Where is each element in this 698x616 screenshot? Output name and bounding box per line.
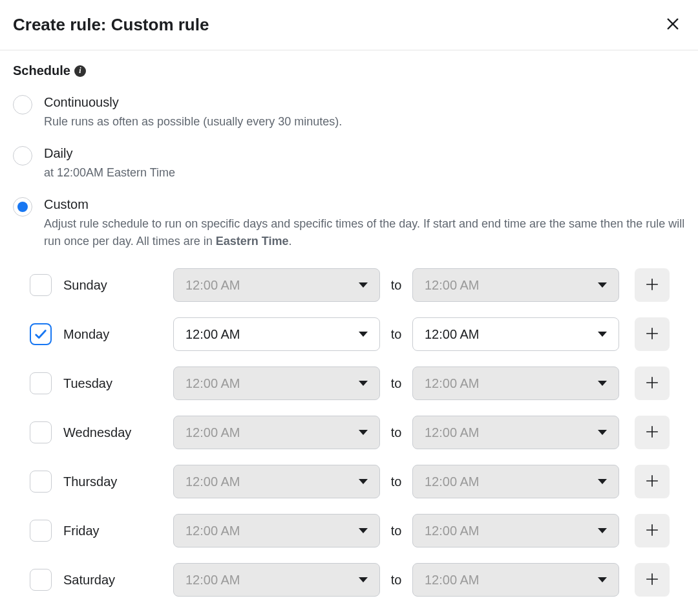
day-row: Tuesday12:00 AMto12:00 AM <box>30 366 685 400</box>
days-list: Sunday12:00 AMto12:00 AMMonday12:00 AMto… <box>13 268 685 597</box>
end-time-value: 12:00 AM <box>425 278 480 293</box>
start-time-select[interactable]: 12:00 AM <box>173 514 380 547</box>
to-label: to <box>380 524 412 538</box>
chevron-down-icon <box>359 577 368 582</box>
close-button[interactable] <box>663 14 682 36</box>
end-time-value: 12:00 AM <box>425 376 480 391</box>
end-time-value: 12:00 AM <box>425 425 480 440</box>
info-icon[interactable]: i <box>74 65 86 77</box>
chevron-down-icon <box>359 528 368 533</box>
chevron-down-icon <box>598 381 607 386</box>
add-time-slot-button[interactable] <box>635 317 670 351</box>
chevron-down-icon <box>598 528 607 533</box>
end-time-select[interactable]: 12:00 AM <box>412 416 619 449</box>
chevron-down-icon <box>359 430 368 435</box>
plus-icon <box>645 523 659 539</box>
day-checkbox[interactable] <box>30 569 52 591</box>
add-time-slot-button[interactable] <box>635 514 670 547</box>
end-time-select[interactable]: 12:00 AM <box>412 514 619 547</box>
dialog-title: Create rule: Custom rule <box>13 15 209 35</box>
to-label: to <box>380 573 412 588</box>
end-time-value: 12:00 AM <box>425 474 480 489</box>
radio-option-custom[interactable]: Custom Adjust rule schedule to run on sp… <box>13 196 685 250</box>
start-time-select[interactable]: 12:00 AM <box>173 416 380 449</box>
end-time-select[interactable]: 12:00 AM <box>412 465 619 498</box>
day-checkbox[interactable] <box>30 274 52 296</box>
desc-pre: Adjust rule schedule to run on specific … <box>44 217 684 248</box>
plus-icon <box>645 277 659 293</box>
to-label: to <box>380 327 412 342</box>
schedule-section: Schedule i Continuously Rule runs as oft… <box>0 50 698 616</box>
end-time-value: 12:00 AM <box>425 327 480 342</box>
radio-option-continuously[interactable]: Continuously Rule runs as often as possi… <box>13 94 685 131</box>
desc-post: . <box>289 235 292 248</box>
radio-text: Daily at 12:00AM Eastern Time <box>44 145 175 182</box>
chevron-down-icon <box>598 479 607 484</box>
chevron-down-icon <box>359 479 368 484</box>
radio-button[interactable] <box>13 95 32 114</box>
section-title-text: Schedule <box>13 63 70 78</box>
start-time-value: 12:00 AM <box>185 278 240 293</box>
day-label: Sunday <box>63 278 173 293</box>
to-label: to <box>380 376 412 391</box>
add-time-slot-button[interactable] <box>635 416 670 449</box>
radio-description: Rule runs as often as possible (usually … <box>44 113 342 131</box>
day-checkbox[interactable] <box>30 471 52 493</box>
day-checkbox[interactable] <box>30 520 52 542</box>
dialog-header: Create rule: Custom rule <box>0 0 698 50</box>
day-row: Thursday12:00 AMto12:00 AM <box>30 465 685 498</box>
plus-icon <box>645 326 659 343</box>
end-time-select[interactable]: 12:00 AM <box>412 366 619 400</box>
day-row: Sunday12:00 AMto12:00 AM <box>30 268 685 302</box>
to-label: to <box>380 278 412 293</box>
schedule-radio-group: Continuously Rule runs as often as possi… <box>13 94 685 250</box>
chevron-down-icon <box>598 282 607 288</box>
chevron-down-icon <box>598 577 607 582</box>
start-time-value: 12:00 AM <box>185 376 240 391</box>
day-label: Wednesday <box>63 425 173 440</box>
add-time-slot-button[interactable] <box>635 465 670 498</box>
start-time-value: 12:00 AM <box>185 327 240 342</box>
start-time-select[interactable]: 12:00 AM <box>173 317 380 351</box>
close-icon <box>666 17 680 33</box>
chevron-down-icon <box>359 332 368 337</box>
end-time-select[interactable]: 12:00 AM <box>412 563 619 597</box>
end-time-select[interactable]: 12:00 AM <box>412 268 619 302</box>
radio-button[interactable] <box>13 146 32 165</box>
to-label: to <box>380 474 412 489</box>
start-time-select[interactable]: 12:00 AM <box>173 366 380 400</box>
day-label: Monday <box>63 327 173 342</box>
day-checkbox[interactable] <box>30 421 52 443</box>
start-time-value: 12:00 AM <box>185 573 240 588</box>
radio-description: at 12:00AM Eastern Time <box>44 164 175 182</box>
start-time-value: 12:00 AM <box>185 425 240 440</box>
radio-label: Continuously <box>44 94 342 111</box>
add-time-slot-button[interactable] <box>635 268 670 302</box>
start-time-select[interactable]: 12:00 AM <box>173 465 380 498</box>
end-time-select[interactable]: 12:00 AM <box>412 317 619 351</box>
start-time-value: 12:00 AM <box>185 474 240 489</box>
end-time-value: 12:00 AM <box>425 573 480 588</box>
section-title: Schedule i <box>13 63 685 78</box>
radio-text: Continuously Rule runs as often as possi… <box>44 94 342 131</box>
add-time-slot-button[interactable] <box>635 563 670 597</box>
start-time-select[interactable]: 12:00 AM <box>173 563 380 597</box>
to-label: to <box>380 425 412 440</box>
add-time-slot-button[interactable] <box>635 366 670 400</box>
radio-option-daily[interactable]: Daily at 12:00AM Eastern Time <box>13 145 685 182</box>
day-row: Saturday12:00 AMto12:00 AM <box>30 563 685 597</box>
plus-icon <box>645 572 659 588</box>
start-time-value: 12:00 AM <box>185 524 240 538</box>
day-label: Tuesday <box>63 376 173 391</box>
start-time-select[interactable]: 12:00 AM <box>173 268 380 302</box>
chevron-down-icon <box>359 381 368 386</box>
end-time-value: 12:00 AM <box>425 524 480 538</box>
chevron-down-icon <box>598 430 607 435</box>
radio-label: Daily <box>44 145 175 162</box>
day-checkbox[interactable] <box>30 323 52 345</box>
day-checkbox[interactable] <box>30 372 52 394</box>
radio-button[interactable] <box>13 197 32 217</box>
plus-icon <box>645 474 659 490</box>
chevron-down-icon <box>598 332 607 337</box>
radio-label: Custom <box>44 196 685 213</box>
